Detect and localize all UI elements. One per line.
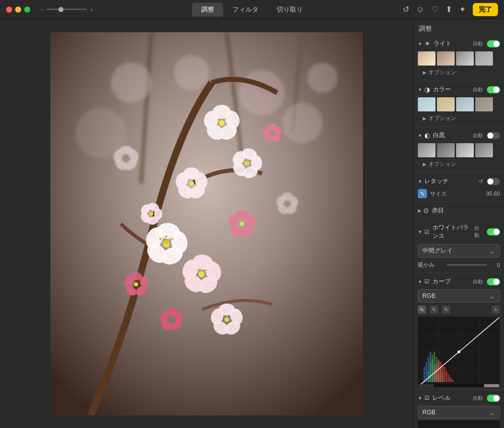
- color-option-row[interactable]: ▶ オプション: [414, 113, 504, 125]
- bw-toggle[interactable]: [487, 132, 500, 139]
- wb-toggle[interactable]: [487, 228, 500, 235]
- curves-checkbox[interactable]: ☑: [424, 278, 429, 285]
- section-bw: ▼ ◐ 白黒 自動 ▶ オプション: [414, 129, 504, 170]
- redeye-label: 赤目: [432, 206, 444, 215]
- bw-icon: ◐: [424, 132, 430, 139]
- close-button[interactable]: [6, 7, 12, 13]
- curves-channel-value: RGB: [422, 292, 489, 299]
- panel-title: 調整: [414, 19, 504, 37]
- bw-thumb-3[interactable]: [456, 143, 474, 157]
- curve-tool-plus[interactable]: +: [492, 305, 500, 314]
- section-header-levels[interactable]: ▼ ☑ レベル 自動: [414, 392, 504, 404]
- svg-point-9: [282, 103, 323, 143]
- svg-rect-123: [438, 359, 439, 382]
- section-header-retouch[interactable]: ▼ レタッチ ↺: [414, 175, 504, 188]
- light-thumb-3[interactable]: [456, 51, 474, 66]
- levels-label: レベル: [432, 394, 451, 402]
- section-header-bw[interactable]: ▼ ◐ 白黒 自動: [414, 129, 504, 142]
- heart-icon[interactable]: ♡: [431, 5, 438, 14]
- bw-thumb-1[interactable]: [418, 143, 435, 157]
- section-header-color[interactable]: ▼ ◑ カラー 自動: [414, 83, 504, 96]
- svg-point-37: [171, 238, 173, 240]
- option-triangle-bw: ▶: [423, 162, 426, 167]
- wb-warmth-slider[interactable]: [447, 264, 487, 266]
- light-thumb-4[interactable]: [475, 51, 493, 66]
- section-header-light[interactable]: ▼ ☀ ライト 自動: [414, 37, 504, 50]
- curve-tool-pencil-mid[interactable]: ✎: [430, 305, 438, 314]
- levels-channel-dropdown[interactable]: RGB ⌄: [418, 406, 500, 419]
- section-header-curves[interactable]: ▼ ☑ カーブ 自動: [414, 275, 504, 288]
- done-button[interactable]: 完了: [473, 3, 498, 16]
- curves-label: カーブ: [432, 277, 451, 286]
- magic-icon[interactable]: ✦: [459, 5, 466, 14]
- levels-checkbox[interactable]: ☑: [424, 395, 429, 401]
- titlebar: − + ライト 調整 フィルタ 切り取り ↺ ☺ ♡ ⬆ ✦ 完了: [0, 0, 504, 19]
- tab-adjust[interactable]: 調整: [192, 3, 223, 17]
- titlebar-tabs: ライト 調整 フィルタ 切り取り: [192, 3, 312, 17]
- light-thumb-2[interactable]: [437, 51, 455, 66]
- wb-checkbox[interactable]: ☑: [424, 229, 429, 235]
- svg-rect-115: [432, 354, 433, 382]
- fullscreen-button[interactable]: [24, 7, 30, 13]
- curves-channel-arrow: ⌄: [489, 292, 495, 300]
- curve-tool-pencil-dark[interactable]: ✎: [418, 305, 426, 314]
- light-toggle[interactable]: [487, 40, 500, 47]
- bw-thumbnails: [414, 142, 504, 159]
- svg-point-76: [149, 212, 153, 216]
- levels-graph[interactable]: [418, 420, 500, 428]
- svg-point-44: [240, 222, 244, 226]
- curves-toggle[interactable]: [487, 278, 500, 285]
- divider-2: [414, 127, 504, 127]
- color-thumb-1[interactable]: [418, 97, 435, 111]
- bw-auto-button[interactable]: 自動: [473, 132, 483, 139]
- bw-option-label: オプション: [428, 160, 456, 168]
- curves-channel-dropdown[interactable]: RGB ⌄: [418, 289, 500, 302]
- color-auto-button[interactable]: 自動: [473, 86, 483, 93]
- history-icon[interactable]: ↺: [403, 5, 409, 14]
- wb-dropdown[interactable]: 中間グレイ ⌄: [418, 244, 500, 258]
- main-area: 調整 ▼ ☀ ライト 自動 ▶ オプション: [0, 19, 504, 428]
- section-header-redeye[interactable]: ▶ ⊙ 赤目: [414, 204, 504, 217]
- light-label: ライト: [433, 39, 452, 48]
- color-option-label: オプション: [428, 114, 456, 122]
- levels-auto-button[interactable]: 自動: [473, 395, 483, 402]
- titlebar-actions: ↺ ☺ ♡ ⬆ ✦ 完了: [403, 3, 498, 16]
- bw-thumb-4[interactable]: [475, 143, 493, 157]
- bw-thumb-2[interactable]: [437, 143, 455, 157]
- svg-rect-124: [440, 362, 442, 382]
- curves-auto-button[interactable]: 自動: [473, 278, 483, 285]
- retouch-undo[interactable]: ↺: [479, 178, 483, 184]
- chevron-redeye: ▶: [418, 208, 421, 213]
- color-toggle[interactable]: [487, 86, 500, 93]
- section-header-wb[interactable]: ▼ ☑ ホワイトバランス 自動: [414, 221, 504, 242]
- chevron-light: ▼: [418, 41, 422, 46]
- divider-4: [414, 202, 504, 202]
- svg-rect-128: [448, 375, 450, 382]
- color-thumb-3[interactable]: [456, 97, 474, 111]
- light-option-row[interactable]: ▶ オプション: [414, 68, 504, 79]
- chevron-retouch: ▼: [418, 179, 422, 184]
- zoom-out-icon: −: [40, 7, 43, 13]
- retouch-toggle[interactable]: [487, 178, 500, 185]
- curve-tool-pencil-light[interactable]: ✎: [442, 305, 450, 314]
- levels-toggle[interactable]: [487, 395, 500, 402]
- section-wb: ▼ ☑ ホワイトバランス 自動 中間グレイ ⌄ 暖かみ 0: [414, 221, 504, 271]
- wb-auto-button[interactable]: 自動: [474, 225, 483, 239]
- svg-point-82: [224, 317, 229, 322]
- tab-filter[interactable]: フィルタ: [223, 3, 268, 17]
- tab-crop[interactable]: 切り取り: [268, 3, 312, 17]
- minimize-button[interactable]: [15, 7, 21, 13]
- chevron-bw: ▼: [418, 133, 422, 138]
- curves-graph[interactable]: [418, 317, 500, 387]
- color-thumb-4[interactable]: [475, 97, 493, 111]
- wb-dropdown-arrow: ⌄: [489, 247, 495, 255]
- zoom-slider[interactable]: [46, 9, 87, 10]
- color-thumb-2[interactable]: [437, 97, 455, 111]
- emoji-icon[interactable]: ☺: [416, 5, 424, 14]
- bw-option-row[interactable]: ▶ オプション: [414, 159, 504, 170]
- bw-label: 白黒: [433, 131, 445, 140]
- svg-rect-125: [442, 364, 444, 382]
- light-auto-button[interactable]: 自動: [473, 40, 483, 47]
- light-thumb-1[interactable]: [418, 51, 435, 66]
- share-icon[interactable]: ⬆: [446, 5, 452, 14]
